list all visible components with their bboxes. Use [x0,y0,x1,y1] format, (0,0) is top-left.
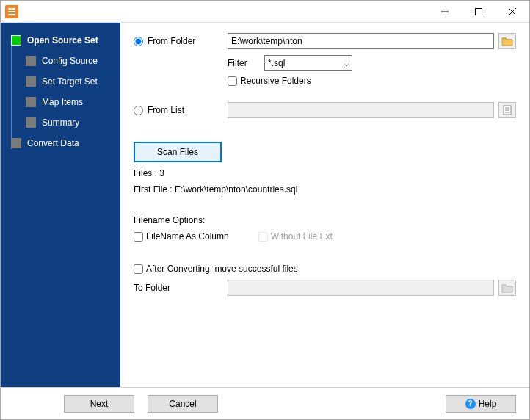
sidebar-item-open-source-set[interactable]: Open Source Set [5,30,116,51]
filename-options-label: Filename Options: [134,215,516,225]
scan-files-button[interactable]: Scan Files [134,142,222,162]
without-ext-checkbox [258,232,268,242]
footer: Next Cancel ? Help [1,387,529,419]
folder-icon [501,36,513,46]
filter-label: Filter [228,58,264,68]
to-folder-input [228,280,494,296]
app-icon [5,5,18,18]
browse-to-folder-button[interactable] [498,280,516,296]
after-convert-option[interactable]: After Converting, move successful files [134,264,298,274]
maximize-button[interactable] [462,1,495,23]
to-folder-label: To Folder [134,283,228,293]
sidebar-item-label: Config Source [42,56,98,66]
folder-icon [501,283,513,293]
without-ext-option: Without File Ext [258,231,333,242]
from-folder-input[interactable] [228,33,494,49]
help-button[interactable]: ? Help [446,395,516,413]
sidebar-item-label: Convert Data [27,138,79,148]
main-panel: From Folder Filter *.sql ⌵ Recursive Fol… [120,23,529,387]
next-button[interactable]: Next [64,395,134,413]
filename-as-column-option[interactable]: FileName As Column [134,231,229,242]
from-list-input [228,102,494,118]
from-list-radio[interactable] [134,106,143,115]
browse-folder-button[interactable] [498,33,516,49]
sidebar-item-map-items[interactable]: Map Items [5,92,116,112]
document-icon [502,105,512,115]
from-folder-radio[interactable] [134,37,143,46]
recursive-label: Recursive Folders [240,76,311,86]
step-indicator-icon [26,76,36,87]
first-file-label: First File : E:\work\temp\nton\countries… [134,184,516,195]
help-label: Help [479,399,497,409]
sidebar-item-label: Set Target Set [42,76,98,87]
from-folder-text: From Folder [148,36,195,46]
minimize-button[interactable] [428,1,462,23]
sidebar-item-label: Summary [42,117,79,128]
sidebar-item-set-target-set[interactable]: Set Target Set [5,71,116,92]
svg-rect-1 [476,8,482,15]
after-convert-label: After Converting, move successful files [146,264,298,274]
filename-as-column-checkbox[interactable] [134,232,143,242]
from-list-text: From List [148,105,184,115]
after-convert-checkbox[interactable] [134,264,143,274]
sidebar-item-summary[interactable]: Summary [5,112,116,133]
step-indicator-icon [26,56,36,66]
help-icon: ? [465,399,476,409]
step-indicator-icon [11,35,21,46]
titlebar [1,1,529,23]
from-list-radio-label[interactable]: From List [134,105,228,115]
filter-value: *.sql [268,58,285,68]
sidebar-item-convert-data[interactable]: Convert Data [5,133,116,153]
filename-as-column-label: FileName As Column [146,231,229,242]
filter-combo[interactable]: *.sql ⌵ [264,55,352,71]
sidebar: Open Source Set Config Source Set Target… [1,23,120,387]
recursive-checkbox[interactable] [228,76,237,86]
step-indicator-icon [26,117,36,128]
files-count-label: Files : 3 [134,168,516,178]
chevron-down-icon: ⌵ [344,59,349,68]
from-folder-radio-label[interactable]: From Folder [134,36,228,46]
browse-list-button[interactable] [498,102,516,118]
close-button[interactable] [495,1,529,23]
step-indicator-icon [26,97,36,107]
sidebar-item-config-source[interactable]: Config Source [5,51,116,71]
step-indicator-icon [11,138,21,148]
without-ext-label: Without File Ext [271,231,333,242]
sidebar-item-label: Map Items [42,97,83,107]
sidebar-item-label: Open Source Set [27,35,98,46]
cancel-button[interactable]: Cancel [148,395,218,413]
